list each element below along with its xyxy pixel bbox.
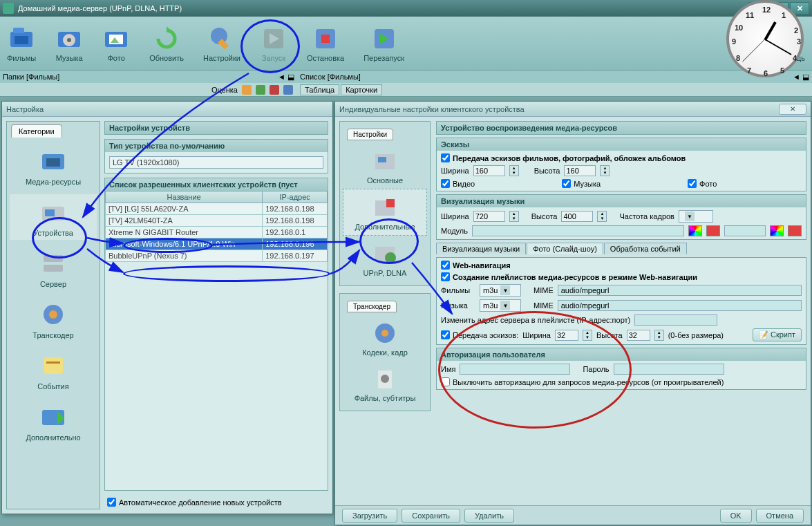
nav-upnp[interactable]: UPnP, DLNA	[343, 236, 427, 281]
toolbar-start[interactable]: Запуск	[260, 25, 287, 62]
create-playlists-checkbox[interactable]	[441, 272, 450, 281]
toolbar-restart[interactable]: Перезапуск	[363, 25, 404, 62]
dialog-close-button[interactable]: ✕	[779, 104, 806, 115]
toolbar-photo[interactable]: Фото	[102, 25, 130, 62]
send-thumbs-checkbox[interactable]	[441, 153, 450, 162]
table-row[interactable]: [TV] 42LM640T-ZA192.168.0.198	[106, 215, 328, 227]
cat-transcoder[interactable]: Транскодер	[10, 297, 97, 342]
list-label: Список [Фильмы]	[300, 73, 361, 81]
fps-combo[interactable]: ▼	[679, 210, 713, 223]
svg-rect-28	[44, 357, 63, 374]
cat-extra[interactable]: Дополнительно	[10, 399, 97, 444]
icon-3[interactable]	[270, 85, 279, 95]
tab-cards[interactable]: Карточки	[341, 84, 382, 95]
stop-icon	[312, 25, 339, 53]
transcoder-icon	[38, 299, 68, 330]
table-row-selected[interactable]: Microsoft-Windows/6.1 UPnP/1.0 Win192.16…	[106, 238, 328, 250]
cat-devices[interactable]: Устройства	[10, 194, 97, 240]
svg-rect-24	[44, 255, 63, 262]
save-button[interactable]: Сохранить	[402, 509, 460, 523]
delete-icon[interactable]	[788, 225, 802, 236]
music-mime-input[interactable]	[558, 300, 802, 311]
nav-codecs[interactable]: Кодеки, кадр	[343, 315, 427, 361]
table-row[interactable]: Xtreme N GIGABIT Router192.168.0.1	[106, 227, 328, 238]
vis-width-input[interactable]	[473, 211, 505, 222]
upnp-icon	[371, 240, 399, 267]
nav-thumb-w-input[interactable]	[555, 330, 578, 341]
svg-rect-35	[386, 199, 395, 207]
load-button[interactable]: Загрузить	[342, 509, 397, 523]
folder-photo-icon	[102, 25, 130, 53]
script-button[interactable]: 📝 Скрипт	[753, 328, 802, 341]
folder-film-icon	[8, 25, 35, 53]
films-format-combo[interactable]: m3u▼	[480, 284, 521, 297]
delete-icon[interactable]	[706, 225, 720, 236]
ok-button[interactable]: OK	[720, 509, 752, 523]
vis-height-input[interactable]	[561, 211, 593, 222]
tab-row: Папки [Фильмы] ◄ ⬓ Список [Фильмы] ◄ ⬓	[0, 71, 812, 83]
settings-dialog: Настройка Категории Медиа-ресурсы Устрой…	[1, 101, 333, 514]
disable-auth-checkbox[interactable]	[441, 377, 450, 386]
thumb-width-input[interactable]	[473, 165, 505, 176]
webnav-checkbox[interactable]	[441, 261, 450, 270]
svg-point-27	[49, 310, 57, 319]
nav-files[interactable]: Файлы, субтитры	[343, 361, 427, 406]
toolbar-settings[interactable]: Настройки	[203, 25, 240, 62]
settings-dialog-title: Настройка	[2, 102, 332, 117]
table-row[interactable]: BubbleUPnP (Nexus 7)192.168.0.197	[106, 250, 328, 262]
svg-point-5	[67, 38, 71, 42]
module-input[interactable]	[472, 225, 684, 236]
music-format-combo[interactable]: m3u▼	[480, 299, 521, 312]
files-icon	[371, 365, 399, 393]
window-title: Домашний медиа-сервер (UPnP, DLNA, HTTP)	[18, 4, 182, 12]
subtab-photo[interactable]: Фото (Слайд-шоу)	[527, 243, 603, 254]
default-device-input[interactable]	[109, 156, 323, 169]
categories-panel: Категории Медиа-ресурсы Устройства Серве…	[6, 121, 100, 509]
main-toolbar: Фильмы Музыка Фото Обновить Настройки За…	[0, 17, 812, 71]
music-checkbox[interactable]	[562, 179, 571, 188]
cancel-button[interactable]: Отмена	[756, 509, 804, 523]
extra-icon	[38, 402, 68, 432]
nav-main[interactable]: Основные	[343, 143, 427, 189]
icon-1[interactable]	[242, 85, 252, 95]
send-thumbs2-checkbox[interactable]	[441, 330, 450, 339]
toolbar-films[interactable]: Фильмы	[7, 25, 36, 62]
svg-rect-21	[46, 158, 60, 167]
color-picker-icon[interactable]	[688, 225, 702, 236]
color-picker-icon[interactable]	[770, 225, 784, 236]
server-addr-input[interactable]	[634, 314, 717, 326]
video-checkbox[interactable]	[441, 179, 450, 188]
toolbar-stop[interactable]: Остановка	[307, 25, 344, 62]
icon-4[interactable]	[283, 85, 293, 95]
thumb-height-input[interactable]	[564, 165, 596, 176]
device-settings-group: Настройки устройств	[104, 121, 328, 135]
svg-point-39	[381, 330, 388, 337]
tab-table[interactable]: Таблица	[300, 84, 339, 95]
nav-thumb-h-input[interactable]	[627, 330, 650, 341]
subtab-events[interactable]: Обработка событий	[604, 243, 687, 254]
events-icon	[38, 350, 68, 381]
icon-2[interactable]	[256, 85, 265, 95]
toolbar-refresh[interactable]: Обновить	[149, 25, 184, 62]
films-mime-input[interactable]	[558, 285, 802, 296]
spinner[interactable]: ▲▼	[509, 165, 519, 176]
auto-add-checkbox[interactable]	[107, 498, 116, 507]
settings-icon	[208, 25, 236, 53]
table-row[interactable]: [TV] [LG] 55LA620V-ZA192.168.0.198	[106, 203, 328, 215]
titlebar: Домашний медиа-сервер (UPnP, DLNA, HTTP)…	[0, 0, 812, 17]
photo-checkbox[interactable]	[688, 179, 697, 188]
svg-rect-2	[13, 28, 24, 33]
svg-point-37	[385, 252, 396, 263]
auth-password-input[interactable]	[614, 364, 724, 375]
cat-server[interactable]: Сервер	[10, 245, 97, 291]
nav-additional[interactable]: Дополнительные	[343, 189, 427, 236]
categories-tab[interactable]: Категории	[11, 124, 62, 138]
cat-events[interactable]: События	[10, 348, 97, 393]
subtab-musicvis[interactable]: Визуализация музыки	[436, 243, 526, 254]
cat-media[interactable]: Медиа-ресурсы	[10, 143, 97, 189]
auth-name-input[interactable]	[460, 364, 570, 375]
svg-rect-1	[15, 36, 28, 44]
delete-button[interactable]: Удалить	[464, 509, 514, 523]
toolbar-music[interactable]: Музыка	[55, 25, 83, 62]
codecs-icon	[371, 319, 399, 347]
